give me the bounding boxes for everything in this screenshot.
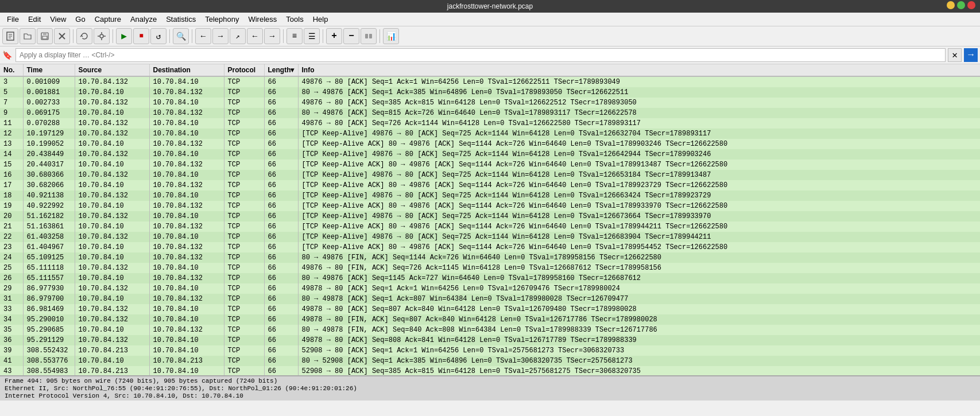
table-row[interactable]: 1210.19712910.70.84.13210.70.84.10TCP66[… [0,129,980,139]
packet-dst: 10.70.84.10 [149,149,224,160]
packet-len: 66 [264,242,298,252]
packet-time: 61.403258 [23,232,75,242]
table-row[interactable]: 1940.92299210.70.84.1010.70.84.132TCP66[… [0,201,980,211]
table-row[interactable]: 1420.43844910.70.84.13210.70.84.10TCP66[… [0,149,980,160]
restart-capture-button[interactable]: ↺ [150,28,166,44]
col-header-time[interactable]: Time [23,64,75,76]
packet-proto: TCP [224,325,264,335]
capture-options-button[interactable] [94,28,110,44]
menu-tools[interactable]: Tools [281,14,308,25]
chart-button[interactable]: 📊 [383,28,399,44]
packet-src: 10.70.84.213 [75,345,149,356]
packet-info: [TCP Keep-Alive ACK] 80 → 49876 [ACK] Se… [298,139,980,149]
packet-dst: 10.70.84.213 [149,356,224,366]
col-header-protocol[interactable]: Protocol [224,64,264,76]
menu-statistics[interactable]: Statistics [161,14,200,25]
zoom-in-button[interactable]: 🔍 [173,28,189,44]
go-to-packet-button[interactable]: ↗ [230,28,246,44]
filter-apply-button[interactable]: → [964,48,978,62]
packet-len: 66 [264,190,298,201]
menu-help[interactable]: Help [308,14,333,25]
save-button[interactable] [37,28,53,44]
table-row[interactable]: 2986.97793010.70.84.13210.70.84.10TCP664… [0,283,980,294]
packet-len: 66 [264,345,298,356]
menu-view[interactable]: View [45,14,71,25]
col-header-no[interactable]: No. [0,64,23,76]
prev-packet-button[interactable]: ← [247,28,263,44]
stop-capture-button[interactable]: ■ [133,28,149,44]
filter-input[interactable] [16,48,946,62]
menu-analyze[interactable]: Analyze [126,14,161,25]
table-row[interactable]: 3595.29068510.70.84.1010.70.84.132TCP668… [0,325,980,335]
table-row[interactable]: 1630.68036610.70.84.13210.70.84.10TCP66[… [0,170,980,180]
packet-dst: 10.70.84.132 [149,294,224,304]
col-header-source[interactable]: Source [75,64,149,76]
packet-info: [TCP Keep-Alive ACK] 80 → 49876 [ACK] Se… [298,180,980,190]
table-row[interactable]: 3695.29112910.70.84.13210.70.84.10TCP664… [0,335,980,345]
table-row[interactable]: 2261.40325810.70.84.13210.70.84.10TCP66[… [0,232,980,242]
menu-edit[interactable]: Edit [24,14,45,25]
menu-go[interactable]: Go [71,14,90,25]
table-row[interactable]: 70.00273310.70.84.13210.70.84.10TCP66498… [0,98,980,108]
table-row[interactable]: 3495.29001010.70.84.13210.70.84.10TCP664… [0,314,980,325]
packet-time: 308.553776 [23,356,75,366]
table-row[interactable]: 2361.40496710.70.84.1010.70.84.132TCP66[… [0,242,980,252]
table-row[interactable]: 39308.55243210.70.84.21310.70.84.10TCP66… [0,345,980,356]
start-capture-button[interactable]: ▶ [116,28,132,44]
svg-rect-14 [365,34,368,38]
svg-point-9 [100,34,103,38]
menu-telephony[interactable]: Telephony [200,14,243,25]
packet-time: 30.680366 [23,170,75,180]
menu-file[interactable]: File [2,14,24,25]
detail-view-button[interactable]: ☰ [304,28,320,44]
open-button[interactable] [20,28,36,44]
col-header-length[interactable]: Length▾ [264,64,298,76]
packet-len: 66 [264,129,298,139]
packet-src: 10.70.84.132 [75,304,149,314]
table-row[interactable]: 1520.44031710.70.84.1010.70.84.132TCP66[… [0,160,980,170]
window-title: jackfrosttower-network.pcap [447,2,533,10]
packet-no: 21 [0,221,23,232]
table-row[interactable]: 2051.16218210.70.84.13210.70.84.10TCP66[… [0,211,980,221]
collapse-all-button[interactable]: − [343,28,359,44]
packet-len: 66 [264,335,298,345]
table-row[interactable]: 30.00100910.70.84.13210.70.84.10TCP66498… [0,76,980,87]
menu-capture[interactable]: Capture [90,14,126,25]
table-row[interactable]: 2151.16386110.70.84.1010.70.84.132TCP66[… [0,221,980,232]
table-row[interactable]: 3186.97970010.70.84.1010.70.84.132TCP668… [0,294,980,304]
table-row[interactable]: 2465.10912510.70.84.1010.70.84.132TCP668… [0,252,980,263]
packet-no: 20 [0,211,23,221]
packet-time: 40.922992 [23,201,75,211]
table-row[interactable]: 3386.98146910.70.84.13210.70.84.10TCP664… [0,304,980,314]
table-row[interactable]: 1840.92113810.70.84.13210.70.84.10TCP66[… [0,190,980,201]
next-packet-button[interactable]: → [264,28,280,44]
table-row[interactable]: 41308.55377610.70.84.1010.70.84.213TCP66… [0,356,980,366]
table-row[interactable]: 1730.68206610.70.84.1010.70.84.132TCP66[… [0,180,980,190]
packet-no: 14 [0,149,23,160]
packet-list-container[interactable]: No. Time Source Destination Protocol Len… [0,64,980,376]
table-row[interactable]: 43308.55498310.70.84.21310.70.84.10TCP66… [0,366,980,376]
col-header-info[interactable]: Info [298,64,980,76]
minimize-btn[interactable] [947,1,955,9]
col-header-destination[interactable]: Destination [149,64,224,76]
menu-wireless[interactable]: Wireless [243,14,281,25]
table-row[interactable]: 2665.11155710.70.84.1010.70.84.132TCP668… [0,273,980,283]
packet-proto: TCP [224,304,264,314]
packet-time: 65.111557 [23,273,75,283]
close-btn[interactable] [967,1,975,9]
table-row[interactable]: 110.07028810.70.84.13210.70.84.10TCP6649… [0,118,980,129]
table-row[interactable]: 1310.19905210.70.84.1010.70.84.132TCP66[… [0,139,980,149]
new-capture-button[interactable] [2,28,18,44]
maximize-btn[interactable] [957,1,965,9]
forward-button[interactable]: → [212,28,228,44]
table-row[interactable]: 2565.11111810.70.84.13210.70.84.10TCP664… [0,263,980,273]
table-row[interactable]: 50.00188110.70.84.1010.70.84.132TCP6680 … [0,87,980,98]
reload-button[interactable] [76,28,92,44]
close-capture-button[interactable] [54,28,70,44]
table-row[interactable]: 90.06917510.70.84.1010.70.84.132TCP6680 … [0,108,980,118]
back-button[interactable]: ← [195,28,211,44]
list-view-button[interactable]: ≡ [286,28,303,44]
filter-clear-button[interactable]: ✕ [948,48,962,62]
expand-all-button[interactable]: + [326,28,342,44]
resize-columns-button[interactable] [361,28,377,44]
